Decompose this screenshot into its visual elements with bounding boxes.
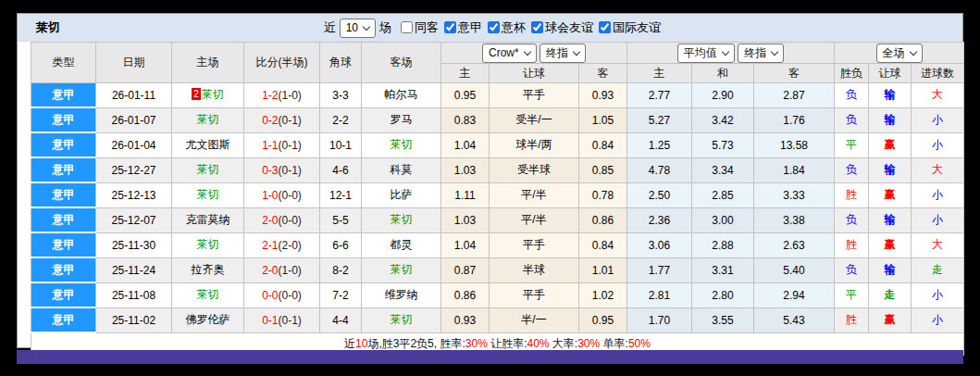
halftime-score: (0-1) [279,139,302,152]
match-date-cell: 26-01-11 [96,83,172,108]
checkbox-input[interactable] [444,21,456,33]
fulltime-score: 2-0 [262,214,278,227]
filter-checkbox-意杯[interactable]: 意杯 [488,19,526,36]
filter-checkbox-国际友谊[interactable]: 国际友谊 [599,19,661,36]
europe-odds-select[interactable]: 平均值 [677,44,735,63]
team-name: 佛罗伦萨 [186,313,230,326]
halftime-score: (2-0) [279,239,302,252]
checkbox-label: 意杯 [502,19,526,36]
fulltime-score: 0-0 [262,289,278,302]
summary-segment: 大率: [550,337,578,350]
match-row: 意甲25-11-08莱切0-0(0-0)7-2维罗纳0.86平手1.022.81… [31,282,964,307]
filter-checkbox-同客[interactable]: 同客 [401,19,439,36]
eu-away-odds-cell: 1.84 [754,157,835,182]
team-name: 莱切 [391,263,413,276]
europe-odds-group-header: 平均值 终指 [627,43,835,64]
ah-away-odds-cell: 1.02 [579,282,627,307]
goals-result-cell: 小 [912,307,964,332]
team-name: 莱切 [391,313,413,326]
goals-result-cell: 走 [912,257,964,282]
team-name: 尤文图斯 [186,138,230,151]
match-count-select[interactable]: 10 [340,19,376,38]
match-row: 意甲25-11-24拉齐奥2-0(1-0)8-2莱切0.87半球1.011.77… [31,257,964,282]
league-cell: 意甲 [31,307,96,332]
home-team-cell: 莱切 [172,182,244,207]
chevron-down-icon [523,47,530,55]
ah-away-odds-cell: 0.78 [579,182,627,207]
handicap-result-cell: 赢 [869,132,912,157]
eu-draw-odds-cell: 3.34 [692,157,754,182]
handicap-cell: 平/半 [490,182,579,207]
halftime-score: (1-0) [279,89,302,102]
match-count-value: 10 [346,20,358,36]
europe-odds-stage-value: 终指 [744,45,766,61]
ah-away-odds-cell: 0.95 [579,307,627,332]
corners-cell: 4-6 [320,157,362,182]
goals-result-cell: 小 [912,282,964,307]
corners-cell: 2-2 [320,107,362,132]
team-name: 都灵 [391,238,413,251]
eu-draw-odds-cell: 3.31 [692,257,754,282]
halftime-score: (0-1) [279,114,302,127]
team-name: 拉齐奥 [192,263,225,276]
checkbox-input[interactable] [599,21,611,33]
away-team-cell: 维罗纳 [362,282,441,307]
match-row: 意甲26-01-07莱切0-2(0-1)2-2罗马0.83受半/一1.055.2… [31,107,964,132]
bookmaker-select[interactable]: Crow* [482,44,537,63]
score-cell: 1-1(0-1) [244,132,320,157]
match-date-cell: 25-12-13 [96,182,172,207]
corners-cell: 3-3 [320,83,362,108]
checkbox-input[interactable] [401,21,413,33]
sub-header-eu-home: 主 [627,64,692,83]
corners-cell: 8-2 [320,257,362,282]
handicap-result-cell: 赢 [869,182,912,207]
europe-odds-stage-select[interactable]: 终指 [738,44,784,63]
sub-header-ah-away: 客 [579,64,627,83]
team-name: 莱切 [391,213,413,226]
handicap-result-cell: 输 [869,257,912,282]
eu-home-odds-cell: 1.70 [627,307,692,332]
eu-home-odds-cell: 2.50 [627,182,692,207]
fulltime-score: 2-1 [262,239,278,252]
eu-home-odds-cell: 2.36 [627,207,692,232]
match-date-cell: 25-12-27 [96,157,172,182]
table-header: 类型 日期 主场 比分(半场) 角球 客场 Crow* 终指 平均值 终指 全场 [31,43,964,83]
goals-result-cell: 小 [912,207,964,232]
checkbox-label: 球会友谊 [545,19,593,36]
eu-away-odds-cell: 2.87 [754,83,835,108]
handicap-group-header: Crow* 终指 [441,43,627,64]
page-background: { "colors": {"red":"#ff0000","blue":"#00… [0,0,980,376]
fulltime-score: 1-2 [262,89,278,102]
filter-bar: 莱切 近 10 场 同客意甲意杯球会友谊国际友谊 [18,14,962,42]
handicap-cell: 平手 [490,232,579,257]
goals-result-cell: 小 [912,107,964,132]
filter-checkbox-球会友谊[interactable]: 球会友谊 [531,19,593,36]
sub-header-goals: 进球数 [912,64,964,83]
result-scope-select[interactable]: 全场 [876,44,923,63]
fulltime-score: 2-0 [262,264,278,277]
filter-checkbox-意甲[interactable]: 意甲 [444,19,482,36]
winloss-result-cell: 负 [835,207,869,232]
team-name: 莱切 [197,288,219,301]
corners-cell: 6-6 [320,232,362,257]
handicap-cell: 半球 [490,257,579,282]
handicap-odds-stage-select[interactable]: 终指 [540,44,586,63]
match-date-cell: 25-11-24 [96,257,172,282]
table-body: 意甲26-01-112莱切1-2(1-0)3-3帕尔马0.95平手0.932.7… [31,83,964,333]
matches-table: 类型 日期 主场 比分(半场) 角球 客场 Crow* 终指 平均值 终指 全场 [31,42,964,356]
winloss-result-cell: 胜 [835,182,869,207]
away-team-cell: 比萨 [362,182,441,207]
away-team-cell: 都灵 [362,232,441,257]
team-name: 莱切 [197,238,219,251]
match-row: 意甲25-12-07克雷莫纳2-0(0-0)5-5莱切1.03平/半0.862.… [31,207,964,232]
corners-cell: 12-1 [320,182,362,207]
league-cell: 意甲 [31,232,96,257]
team-name: 帕尔马 [385,88,418,101]
halftime-score: (0-1) [279,164,302,177]
winloss-result-cell: 胜 [835,232,869,257]
handicap-result-cell: 赢 [869,232,912,257]
checkbox-input[interactable] [531,21,543,33]
chevron-down-icon [363,22,370,30]
checkbox-input[interactable] [488,21,500,33]
score-cell: 2-0(1-0) [244,257,320,282]
